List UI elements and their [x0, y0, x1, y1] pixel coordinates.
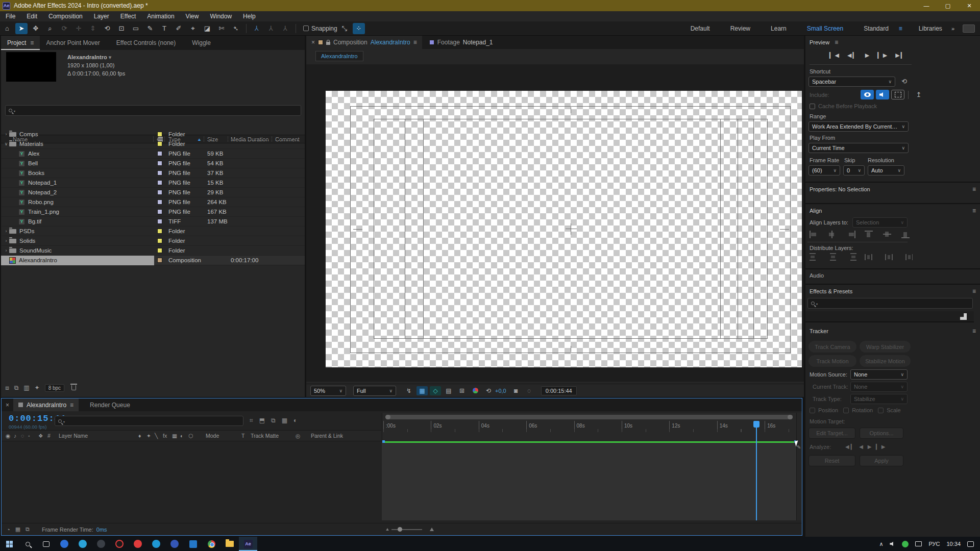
distribute-vertical-center-icon[interactable]	[828, 253, 839, 261]
new-preset-icon[interactable]	[960, 313, 967, 320]
video-column-icon[interactable]	[6, 433, 10, 439]
panel-tab[interactable]: Wiggle	[186, 36, 221, 50]
distribute-top-icon[interactable]	[810, 253, 821, 261]
transport-button[interactable]: ▎▶	[877, 52, 888, 58]
audio-column-icon[interactable]	[14, 433, 16, 439]
stabilize-motion-button[interactable]: Stabilize Motion	[860, 355, 911, 367]
label-color-swatch[interactable]	[157, 199, 162, 205]
distribute-horizontal-center-icon[interactable]	[883, 253, 894, 261]
label-color-swatch[interactable]	[157, 170, 162, 176]
expand-layers-icon[interactable]	[26, 526, 30, 533]
dolly-camera-tool[interactable]: ⇕	[87, 23, 99, 34]
workspace-item-libraries[interactable]: Libraries	[910, 25, 951, 32]
close-button[interactable]: ✕	[959, 0, 980, 11]
transparency-grid-icon[interactable]	[416, 386, 428, 395]
time-navigator-bar[interactable]	[385, 415, 793, 419]
track-camera-button[interactable]: Track Camera	[808, 341, 856, 353]
align-to-dropdown[interactable]: Selection∨	[852, 217, 908, 228]
shy-switch-icon[interactable]	[138, 433, 141, 439]
label-color-swatch[interactable]	[157, 180, 162, 185]
quality-switch-icon[interactable]	[155, 433, 158, 439]
taskbar-app-telegram[interactable]	[74, 537, 92, 551]
project-row[interactable]: Y Notepad_2 PNG file 29 KB	[1, 188, 305, 197]
eraser-tool[interactable]: ◪	[201, 23, 213, 34]
puppet-pin-tool[interactable]: ➴	[230, 23, 242, 34]
project-row[interactable]: › SoundMusic Folder	[1, 246, 305, 256]
project-row[interactable]: › Solids Folder	[1, 236, 305, 246]
distribute-right-icon[interactable]	[901, 253, 913, 261]
taskbar-app-bluesquare[interactable]	[184, 537, 202, 551]
snapshot-icon[interactable]	[510, 386, 522, 395]
taskbar-app-chrome[interactable]	[202, 537, 220, 551]
frame-blending-icon[interactable]	[282, 417, 287, 424]
composition-mini-flowchart-icon[interactable]	[250, 417, 253, 424]
export-icon[interactable]	[912, 90, 925, 99]
frame-blend-switch-icon[interactable]	[172, 433, 177, 439]
composition-marker-icon[interactable]	[7, 527, 10, 533]
start-button[interactable]	[0, 537, 18, 551]
distribute-bottom-icon[interactable]	[846, 253, 857, 261]
interpret-footage-icon[interactable]	[5, 384, 9, 391]
rectangle-tool[interactable]: ▭	[130, 23, 142, 34]
snapping-checkbox[interactable]	[303, 26, 309, 31]
audio-panel-header[interactable]: Audio	[810, 272, 824, 279]
include-video-icon[interactable]	[861, 90, 874, 99]
tracker-checkbox-item[interactable]: Position	[810, 407, 838, 413]
panel-menu-icon[interactable]: ≡	[835, 39, 838, 46]
workspace-menu-icon[interactable]: ≡	[899, 25, 902, 32]
channel-icon[interactable]	[470, 386, 481, 395]
transport-button[interactable]: ◀▎	[847, 52, 858, 58]
label-color-swatch[interactable]	[157, 219, 162, 224]
home-tool[interactable]: ⌂	[1, 23, 13, 34]
workspace-overflow-icon[interactable]: »	[951, 26, 963, 32]
distribute-left-icon[interactable]	[865, 253, 876, 261]
network-icon[interactable]	[915, 541, 922, 546]
rotobrush-tool[interactable]: ✄	[215, 23, 228, 34]
project-row[interactable]: Y Notepad_1 PNG file 15 KB	[1, 178, 305, 188]
mask-visibility-icon[interactable]	[430, 386, 441, 395]
panel-menu-icon[interactable]: ≡	[972, 328, 976, 335]
tab-close-icon[interactable]: ×	[2, 402, 13, 409]
resolution-dropdown[interactable]: Full∨	[353, 386, 396, 396]
3d-switch-icon[interactable]	[188, 433, 193, 439]
antivirus-tray-icon[interactable]	[902, 541, 909, 547]
align-vertical-center-icon[interactable]	[883, 231, 894, 238]
include-overlays-icon[interactable]	[891, 90, 904, 99]
label-color-swatch[interactable]	[157, 161, 162, 166]
warp-stabilizer-button[interactable]: Warp Stabilizer	[860, 341, 911, 353]
range-dropdown[interactable]: Work Area Extended By Current…∨	[808, 121, 909, 132]
label-column-icon[interactable]	[38, 433, 43, 439]
column-t[interactable]: T	[241, 433, 244, 439]
label-color-swatch[interactable]	[157, 248, 162, 253]
toggle-switches-icon[interactable]	[15, 526, 20, 533]
shy-layers-icon[interactable]	[271, 417, 276, 424]
menu-item[interactable]: Layer	[88, 13, 115, 20]
motion-source-dropdown[interactable]: None∨	[850, 369, 908, 380]
label-color-swatch[interactable]	[157, 258, 162, 263]
preview-panel-header[interactable]: Preview ≡	[810, 39, 838, 46]
task-view-button[interactable]	[37, 537, 55, 551]
exposure-value[interactable]: +0,0	[495, 388, 506, 394]
snap-guides-icon[interactable]	[338, 23, 351, 34]
properties-panel-header[interactable]: Properties: No Selection ≡	[810, 186, 976, 193]
orbit-camera-tool[interactable]: ⟳	[58, 23, 70, 34]
timeline-track-area[interactable]	[382, 443, 796, 520]
label-color-swatch[interactable]	[157, 238, 162, 243]
viewer-timecode[interactable]: 0:00:15:44	[541, 386, 577, 395]
guides-icon[interactable]	[456, 386, 468, 395]
lock-icon[interactable]	[326, 42, 330, 45]
new-composition-icon[interactable]	[23, 384, 29, 391]
taskbar-app-opera[interactable]	[110, 537, 129, 551]
tray-expand-icon[interactable]: ∧	[879, 541, 883, 547]
solo-column-icon[interactable]	[21, 433, 24, 439]
align-left-icon[interactable]	[810, 231, 821, 238]
type-tool[interactable]: T	[158, 23, 170, 34]
menu-item[interactable]: Edit	[21, 13, 43, 20]
project-row[interactable]: Y Robo.png PNG file 264 KB	[1, 197, 305, 207]
composition-canvas[interactable]	[326, 91, 802, 367]
fast-preview-icon[interactable]	[403, 386, 414, 395]
taskbar-app-mail[interactable]	[55, 537, 74, 551]
maximize-button[interactable]: ▢	[937, 0, 959, 11]
notifications-icon[interactable]	[967, 541, 974, 547]
track-motion-button[interactable]: Track Motion	[808, 355, 856, 367]
